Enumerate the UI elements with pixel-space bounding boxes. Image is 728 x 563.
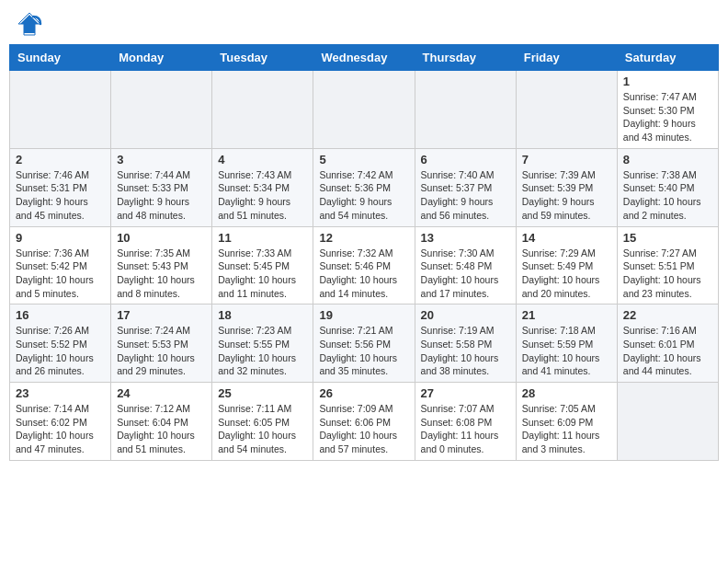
day-info: Sunrise: 7:05 AM Sunset: 6:09 PM Dayligh… (522, 402, 611, 456)
calendar-header-friday: Friday (516, 45, 617, 71)
day-number: 21 (522, 308, 611, 322)
calendar-cell: 10Sunrise: 7:35 AM Sunset: 5:43 PM Dayli… (111, 226, 212, 304)
calendar-header-saturday: Saturday (617, 45, 718, 71)
day-info: Sunrise: 7:11 AM Sunset: 6:05 PM Dayligh… (218, 402, 307, 456)
calendar-header-monday: Monday (111, 45, 212, 71)
day-number: 19 (319, 308, 408, 322)
day-info: Sunrise: 7:14 AM Sunset: 6:02 PM Dayligh… (16, 402, 105, 456)
day-info: Sunrise: 7:09 AM Sunset: 6:06 PM Dayligh… (319, 402, 408, 456)
day-number: 15 (623, 231, 712, 245)
day-info: Sunrise: 7:30 AM Sunset: 5:48 PM Dayligh… (421, 247, 510, 301)
calendar-week-4: 16Sunrise: 7:26 AM Sunset: 5:52 PM Dayli… (10, 304, 719, 383)
calendar-cell: 24Sunrise: 7:12 AM Sunset: 6:04 PM Dayli… (111, 383, 212, 461)
calendar-cell: 2Sunrise: 7:46 AM Sunset: 5:31 PM Daylig… (10, 148, 111, 226)
calendar-week-5: 23Sunrise: 7:14 AM Sunset: 6:02 PM Dayli… (10, 383, 719, 461)
logo (13, 9, 42, 37)
calendar-cell: 21Sunrise: 7:18 AM Sunset: 5:59 PM Dayli… (516, 304, 617, 383)
calendar-header-thursday: Thursday (415, 45, 516, 71)
day-number: 5 (319, 153, 408, 167)
day-info: Sunrise: 7:43 AM Sunset: 5:34 PM Dayligh… (218, 168, 307, 223)
day-info: Sunrise: 7:40 AM Sunset: 5:37 PM Dayligh… (421, 168, 510, 223)
calendar-cell: 16Sunrise: 7:26 AM Sunset: 5:52 PM Dayli… (10, 304, 111, 383)
day-info: Sunrise: 7:33 AM Sunset: 5:45 PM Dayligh… (218, 247, 307, 301)
calendar-cell (313, 71, 415, 149)
day-number: 24 (117, 386, 206, 400)
calendar-cell: 8Sunrise: 7:38 AM Sunset: 5:40 PM Daylig… (617, 148, 718, 226)
calendar-cell: 28Sunrise: 7:05 AM Sunset: 6:09 PM Dayli… (516, 383, 617, 461)
calendar-cell: 11Sunrise: 7:33 AM Sunset: 5:45 PM Dayli… (212, 226, 313, 304)
calendar-cell: 14Sunrise: 7:29 AM Sunset: 5:49 PM Dayli… (516, 226, 617, 304)
day-info: Sunrise: 7:46 AM Sunset: 5:31 PM Dayligh… (16, 168, 105, 223)
calendar-cell: 13Sunrise: 7:30 AM Sunset: 5:48 PM Dayli… (415, 226, 516, 304)
day-number: 27 (421, 386, 510, 400)
day-number: 18 (218, 308, 307, 322)
day-info: Sunrise: 7:16 AM Sunset: 6:01 PM Dayligh… (623, 324, 712, 378)
day-number: 2 (16, 153, 105, 167)
calendar-cell: 1Sunrise: 7:47 AM Sunset: 5:30 PM Daylig… (617, 71, 718, 149)
day-number: 22 (623, 308, 712, 322)
calendar-header-row: SundayMondayTuesdayWednesdayThursdayFrid… (10, 45, 719, 71)
day-info: Sunrise: 7:18 AM Sunset: 5:59 PM Dayligh… (522, 324, 611, 378)
calendar-cell: 20Sunrise: 7:19 AM Sunset: 5:58 PM Dayli… (415, 304, 516, 383)
calendar-cell: 7Sunrise: 7:39 AM Sunset: 5:39 PM Daylig… (516, 148, 617, 226)
calendar-cell (415, 71, 516, 149)
day-info: Sunrise: 7:19 AM Sunset: 5:58 PM Dayligh… (421, 324, 510, 378)
day-info: Sunrise: 7:44 AM Sunset: 5:33 PM Dayligh… (117, 168, 206, 223)
day-info: Sunrise: 7:32 AM Sunset: 5:46 PM Dayligh… (319, 247, 408, 301)
day-number: 1 (623, 75, 712, 88)
day-info: Sunrise: 7:29 AM Sunset: 5:49 PM Dayligh… (522, 247, 611, 301)
calendar-week-1: 1Sunrise: 7:47 AM Sunset: 5:30 PM Daylig… (10, 71, 719, 149)
calendar-header-sunday: Sunday (10, 45, 111, 71)
day-info: Sunrise: 7:39 AM Sunset: 5:39 PM Dayligh… (522, 168, 611, 223)
day-number: 3 (117, 153, 206, 167)
calendar-cell: 5Sunrise: 7:42 AM Sunset: 5:36 PM Daylig… (313, 148, 415, 226)
day-number: 10 (117, 231, 206, 245)
calendar-cell: 26Sunrise: 7:09 AM Sunset: 6:06 PM Dayli… (313, 383, 415, 461)
calendar-cell: 25Sunrise: 7:11 AM Sunset: 6:05 PM Dayli… (212, 383, 313, 461)
calendar-cell: 22Sunrise: 7:16 AM Sunset: 6:01 PM Dayli… (617, 304, 718, 383)
day-info: Sunrise: 7:36 AM Sunset: 5:42 PM Dayligh… (16, 247, 105, 301)
day-number: 6 (421, 153, 510, 167)
day-info: Sunrise: 7:07 AM Sunset: 6:08 PM Dayligh… (421, 402, 510, 456)
calendar-cell: 9Sunrise: 7:36 AM Sunset: 5:42 PM Daylig… (10, 226, 111, 304)
calendar-cell (617, 383, 718, 461)
page-header (9, 9, 719, 37)
calendar-cell: 3Sunrise: 7:44 AM Sunset: 5:33 PM Daylig… (111, 148, 212, 226)
day-number: 23 (16, 386, 105, 400)
calendar-cell: 23Sunrise: 7:14 AM Sunset: 6:02 PM Dayli… (10, 383, 111, 461)
calendar-header-wednesday: Wednesday (313, 45, 415, 71)
day-number: 7 (522, 153, 611, 167)
day-info: Sunrise: 7:12 AM Sunset: 6:04 PM Dayligh… (117, 402, 206, 456)
calendar-week-3: 9Sunrise: 7:36 AM Sunset: 5:42 PM Daylig… (10, 226, 719, 304)
calendar-cell: 12Sunrise: 7:32 AM Sunset: 5:46 PM Dayli… (313, 226, 415, 304)
day-number: 16 (16, 308, 105, 322)
day-info: Sunrise: 7:38 AM Sunset: 5:40 PM Dayligh… (623, 168, 712, 223)
calendar-cell: 15Sunrise: 7:27 AM Sunset: 5:51 PM Dayli… (617, 226, 718, 304)
day-number: 12 (319, 231, 408, 245)
day-number: 4 (218, 153, 307, 167)
calendar-week-2: 2Sunrise: 7:46 AM Sunset: 5:31 PM Daylig… (10, 148, 719, 226)
day-number: 11 (218, 231, 307, 245)
day-info: Sunrise: 7:21 AM Sunset: 5:56 PM Dayligh… (319, 324, 408, 378)
calendar-cell (212, 71, 313, 149)
calendar-header-tuesday: Tuesday (212, 45, 313, 71)
day-info: Sunrise: 7:26 AM Sunset: 5:52 PM Dayligh… (16, 324, 105, 378)
calendar-cell (516, 71, 617, 149)
logo-icon (17, 11, 42, 37)
day-number: 14 (522, 231, 611, 245)
day-number: 28 (522, 386, 611, 400)
calendar-cell: 6Sunrise: 7:40 AM Sunset: 5:37 PM Daylig… (415, 148, 516, 226)
day-info: Sunrise: 7:35 AM Sunset: 5:43 PM Dayligh… (117, 247, 206, 301)
day-info: Sunrise: 7:24 AM Sunset: 5:53 PM Dayligh… (117, 324, 206, 378)
day-info: Sunrise: 7:47 AM Sunset: 5:30 PM Dayligh… (623, 90, 712, 144)
day-number: 8 (623, 153, 712, 167)
day-info: Sunrise: 7:42 AM Sunset: 5:36 PM Dayligh… (319, 168, 408, 223)
day-number: 25 (218, 386, 307, 400)
calendar-cell: 27Sunrise: 7:07 AM Sunset: 6:08 PM Dayli… (415, 383, 516, 461)
calendar-cell (111, 71, 212, 149)
day-number: 20 (421, 308, 510, 322)
day-info: Sunrise: 7:27 AM Sunset: 5:51 PM Dayligh… (623, 247, 712, 301)
calendar-cell (10, 71, 111, 149)
calendar-table: SundayMondayTuesdayWednesdayThursdayFrid… (9, 44, 719, 461)
calendar-cell: 18Sunrise: 7:23 AM Sunset: 5:55 PM Dayli… (212, 304, 313, 383)
